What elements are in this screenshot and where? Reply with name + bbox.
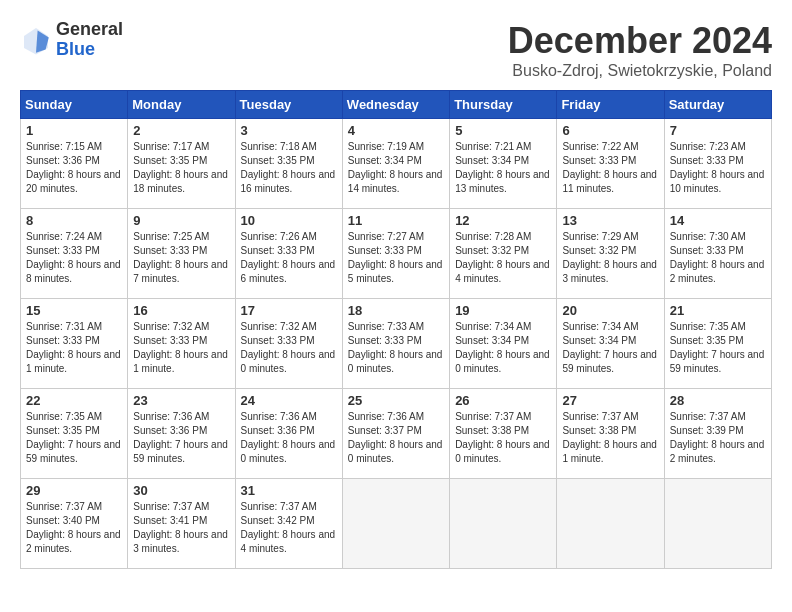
calendar-cell: 25 Sunrise: 7:36 AM Sunset: 3:37 PM Dayl… bbox=[342, 389, 449, 479]
day-number: 15 bbox=[26, 303, 122, 318]
sunrise-label: Sunrise: 7:15 AM bbox=[26, 141, 102, 152]
calendar-cell: 11 Sunrise: 7:27 AM Sunset: 3:33 PM Dayl… bbox=[342, 209, 449, 299]
calendar-cell: 10 Sunrise: 7:26 AM Sunset: 3:33 PM Dayl… bbox=[235, 209, 342, 299]
daylight-label: Daylight: 8 hours and 11 minutes. bbox=[562, 169, 657, 194]
day-info: Sunrise: 7:33 AM Sunset: 3:33 PM Dayligh… bbox=[348, 320, 444, 376]
day-info: Sunrise: 7:31 AM Sunset: 3:33 PM Dayligh… bbox=[26, 320, 122, 376]
sunrise-label: Sunrise: 7:36 AM bbox=[241, 411, 317, 422]
sunrise-label: Sunrise: 7:25 AM bbox=[133, 231, 209, 242]
day-number: 8 bbox=[26, 213, 122, 228]
logo-text: General Blue bbox=[56, 20, 123, 60]
sunrise-label: Sunrise: 7:35 AM bbox=[26, 411, 102, 422]
day-number: 28 bbox=[670, 393, 766, 408]
day-number: 29 bbox=[26, 483, 122, 498]
day-number: 22 bbox=[26, 393, 122, 408]
daylight-label: Daylight: 8 hours and 13 minutes. bbox=[455, 169, 550, 194]
sunrise-label: Sunrise: 7:26 AM bbox=[241, 231, 317, 242]
calendar-week-row: 29 Sunrise: 7:37 AM Sunset: 3:40 PM Dayl… bbox=[21, 479, 772, 569]
day-info: Sunrise: 7:35 AM Sunset: 3:35 PM Dayligh… bbox=[670, 320, 766, 376]
sunset-label: Sunset: 3:33 PM bbox=[241, 245, 315, 256]
calendar-cell: 9 Sunrise: 7:25 AM Sunset: 3:33 PM Dayli… bbox=[128, 209, 235, 299]
calendar-cell bbox=[342, 479, 449, 569]
daylight-label: Daylight: 8 hours and 3 minutes. bbox=[562, 259, 657, 284]
col-monday: Monday bbox=[128, 91, 235, 119]
calendar-cell: 6 Sunrise: 7:22 AM Sunset: 3:33 PM Dayli… bbox=[557, 119, 664, 209]
calendar-cell: 31 Sunrise: 7:37 AM Sunset: 3:42 PM Dayl… bbox=[235, 479, 342, 569]
day-number: 4 bbox=[348, 123, 444, 138]
sunrise-label: Sunrise: 7:35 AM bbox=[670, 321, 746, 332]
calendar-cell: 1 Sunrise: 7:15 AM Sunset: 3:36 PM Dayli… bbox=[21, 119, 128, 209]
title-area: December 2024 Busko-Zdroj, Swietokrzyski… bbox=[508, 20, 772, 80]
sunset-label: Sunset: 3:33 PM bbox=[241, 335, 315, 346]
sunrise-label: Sunrise: 7:21 AM bbox=[455, 141, 531, 152]
daylight-label: Daylight: 8 hours and 4 minutes. bbox=[455, 259, 550, 284]
day-number: 21 bbox=[670, 303, 766, 318]
calendar-cell: 12 Sunrise: 7:28 AM Sunset: 3:32 PM Dayl… bbox=[450, 209, 557, 299]
col-sunday: Sunday bbox=[21, 91, 128, 119]
day-info: Sunrise: 7:30 AM Sunset: 3:33 PM Dayligh… bbox=[670, 230, 766, 286]
calendar-cell: 14 Sunrise: 7:30 AM Sunset: 3:33 PM Dayl… bbox=[664, 209, 771, 299]
day-number: 17 bbox=[241, 303, 337, 318]
sunset-label: Sunset: 3:33 PM bbox=[26, 245, 100, 256]
calendar-cell: 23 Sunrise: 7:36 AM Sunset: 3:36 PM Dayl… bbox=[128, 389, 235, 479]
col-saturday: Saturday bbox=[664, 91, 771, 119]
calendar-week-row: 22 Sunrise: 7:35 AM Sunset: 3:35 PM Dayl… bbox=[21, 389, 772, 479]
daylight-label: Daylight: 7 hours and 59 minutes. bbox=[133, 439, 228, 464]
sunset-label: Sunset: 3:33 PM bbox=[562, 155, 636, 166]
calendar-week-row: 1 Sunrise: 7:15 AM Sunset: 3:36 PM Dayli… bbox=[21, 119, 772, 209]
daylight-label: Daylight: 8 hours and 0 minutes. bbox=[455, 349, 550, 374]
daylight-label: Daylight: 8 hours and 20 minutes. bbox=[26, 169, 121, 194]
col-wednesday: Wednesday bbox=[342, 91, 449, 119]
calendar-cell: 2 Sunrise: 7:17 AM Sunset: 3:35 PM Dayli… bbox=[128, 119, 235, 209]
day-number: 5 bbox=[455, 123, 551, 138]
day-info: Sunrise: 7:17 AM Sunset: 3:35 PM Dayligh… bbox=[133, 140, 229, 196]
day-info: Sunrise: 7:32 AM Sunset: 3:33 PM Dayligh… bbox=[241, 320, 337, 376]
calendar-week-row: 15 Sunrise: 7:31 AM Sunset: 3:33 PM Dayl… bbox=[21, 299, 772, 389]
sunset-label: Sunset: 3:33 PM bbox=[26, 335, 100, 346]
day-info: Sunrise: 7:26 AM Sunset: 3:33 PM Dayligh… bbox=[241, 230, 337, 286]
daylight-label: Daylight: 8 hours and 0 minutes. bbox=[455, 439, 550, 464]
sunset-label: Sunset: 3:37 PM bbox=[348, 425, 422, 436]
day-info: Sunrise: 7:37 AM Sunset: 3:38 PM Dayligh… bbox=[562, 410, 658, 466]
sunset-label: Sunset: 3:33 PM bbox=[348, 335, 422, 346]
daylight-label: Daylight: 8 hours and 7 minutes. bbox=[133, 259, 228, 284]
daylight-label: Daylight: 8 hours and 0 minutes. bbox=[241, 349, 336, 374]
calendar-cell bbox=[450, 479, 557, 569]
sunset-label: Sunset: 3:34 PM bbox=[348, 155, 422, 166]
sunrise-label: Sunrise: 7:37 AM bbox=[133, 501, 209, 512]
day-info: Sunrise: 7:19 AM Sunset: 3:34 PM Dayligh… bbox=[348, 140, 444, 196]
calendar-cell: 7 Sunrise: 7:23 AM Sunset: 3:33 PM Dayli… bbox=[664, 119, 771, 209]
day-number: 20 bbox=[562, 303, 658, 318]
daylight-label: Daylight: 8 hours and 5 minutes. bbox=[348, 259, 443, 284]
sunset-label: Sunset: 3:33 PM bbox=[670, 155, 744, 166]
day-info: Sunrise: 7:35 AM Sunset: 3:35 PM Dayligh… bbox=[26, 410, 122, 466]
sunrise-label: Sunrise: 7:33 AM bbox=[348, 321, 424, 332]
calendar-cell: 26 Sunrise: 7:37 AM Sunset: 3:38 PM Dayl… bbox=[450, 389, 557, 479]
day-number: 12 bbox=[455, 213, 551, 228]
day-info: Sunrise: 7:28 AM Sunset: 3:32 PM Dayligh… bbox=[455, 230, 551, 286]
day-number: 9 bbox=[133, 213, 229, 228]
sunset-label: Sunset: 3:33 PM bbox=[133, 245, 207, 256]
sunrise-label: Sunrise: 7:17 AM bbox=[133, 141, 209, 152]
daylight-label: Daylight: 8 hours and 1 minute. bbox=[562, 439, 657, 464]
sunrise-label: Sunrise: 7:18 AM bbox=[241, 141, 317, 152]
sunrise-label: Sunrise: 7:29 AM bbox=[562, 231, 638, 242]
day-info: Sunrise: 7:25 AM Sunset: 3:33 PM Dayligh… bbox=[133, 230, 229, 286]
daylight-label: Daylight: 8 hours and 6 minutes. bbox=[241, 259, 336, 284]
logo-blue: Blue bbox=[56, 40, 123, 60]
calendar-table: Sunday Monday Tuesday Wednesday Thursday… bbox=[20, 90, 772, 569]
day-info: Sunrise: 7:34 AM Sunset: 3:34 PM Dayligh… bbox=[455, 320, 551, 376]
daylight-label: Daylight: 8 hours and 0 minutes. bbox=[348, 349, 443, 374]
sunset-label: Sunset: 3:34 PM bbox=[455, 335, 529, 346]
sunrise-label: Sunrise: 7:22 AM bbox=[562, 141, 638, 152]
calendar-cell: 21 Sunrise: 7:35 AM Sunset: 3:35 PM Dayl… bbox=[664, 299, 771, 389]
day-number: 7 bbox=[670, 123, 766, 138]
daylight-label: Daylight: 7 hours and 59 minutes. bbox=[562, 349, 657, 374]
day-number: 30 bbox=[133, 483, 229, 498]
sunrise-label: Sunrise: 7:36 AM bbox=[133, 411, 209, 422]
daylight-label: Daylight: 8 hours and 1 minute. bbox=[133, 349, 228, 374]
calendar-week-row: 8 Sunrise: 7:24 AM Sunset: 3:33 PM Dayli… bbox=[21, 209, 772, 299]
header: General Blue December 2024 Busko-Zdroj, … bbox=[20, 20, 772, 80]
daylight-label: Daylight: 8 hours and 0 minutes. bbox=[241, 439, 336, 464]
sunrise-label: Sunrise: 7:31 AM bbox=[26, 321, 102, 332]
